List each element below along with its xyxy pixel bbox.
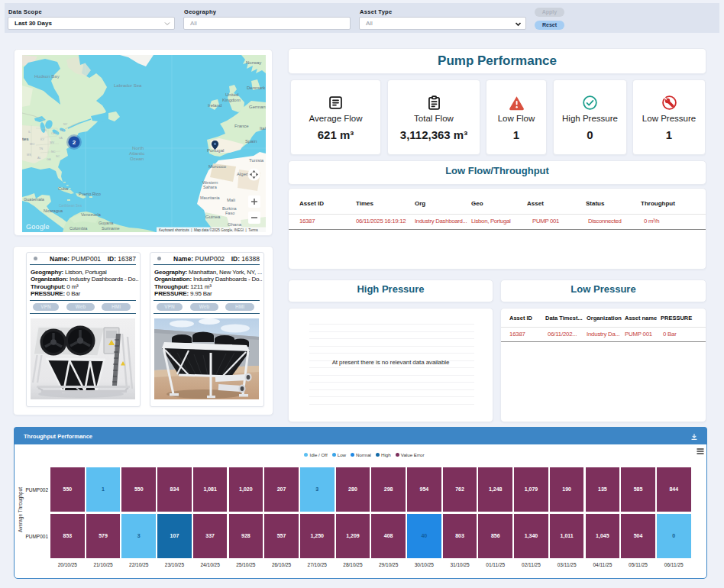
svg-text:SC: SC (56, 155, 60, 158)
svg-text:Keyboard shortcuts | Map dat: Keyboard shortcuts | Map data ©2025 Goog… (159, 228, 259, 232)
svg-text:Sahara: Sahara (203, 185, 218, 189)
svg-text:Spain: Spain (245, 139, 257, 144)
svg-text:tes: tes (22, 137, 29, 141)
svg-text:France: France (234, 124, 249, 128)
svg-text:MS: MS (27, 153, 31, 157)
svg-text:Ghana: Ghana (228, 222, 242, 227)
svg-text:Kingdom: Kingdom (222, 98, 241, 102)
svg-text:NC: NC (51, 150, 56, 153)
svg-text:Denmark: Denmark (247, 86, 266, 90)
svg-text:North: North (132, 145, 144, 150)
svg-text:Germany: Germany (249, 105, 266, 109)
svg-text:PA: PA (60, 129, 64, 132)
svg-text:GA: GA (47, 158, 51, 161)
svg-text:Tunisia: Tunisia (249, 158, 264, 163)
svg-text:NY: NY (63, 123, 68, 126)
svg-text:Ocean: Ocean (130, 156, 144, 161)
svg-text:TN: TN (39, 147, 43, 150)
svg-text:Mali: Mali (227, 198, 235, 202)
svg-text:Nicaragua: Nicaragua (44, 208, 63, 213)
svg-text:Venezuela: Venezuela (81, 212, 102, 217)
svg-text:Faso: Faso (225, 211, 234, 215)
svg-text:Cuba: Cuba (58, 186, 69, 191)
svg-text:2: 2 (73, 139, 76, 146)
svg-text:VA: VA (59, 137, 63, 140)
svg-text:Ireland: Ireland (208, 103, 221, 108)
svg-text:United: United (225, 92, 238, 97)
svg-text:Guatemala: Guatemala (24, 197, 45, 202)
svg-text:Mauritania: Mauritania (200, 195, 221, 200)
svg-text:Puerto Rico: Puerto Rico (79, 192, 101, 196)
svg-text:Colombia: Colombia (69, 226, 88, 231)
svg-text:Caribbean Sea: Caribbean Sea (59, 204, 82, 208)
svg-text:Hudson Bay: Hudson Bay (34, 74, 60, 79)
svg-text:Suriname: Suriname (102, 226, 120, 231)
svg-text:MO: MO (30, 143, 34, 146)
svg-text:Google: Google (26, 223, 50, 231)
svg-text:KY: KY (40, 138, 45, 141)
svg-text:OH: OH (51, 132, 56, 135)
svg-text:Guyana: Guyana (99, 221, 114, 225)
svg-text:IL: IL (28, 131, 31, 134)
svg-text:Morocco: Morocco (208, 164, 227, 169)
svg-text:IN: IN (44, 129, 47, 132)
svg-text:AL: AL (37, 157, 41, 160)
svg-text:Italy: Italy (260, 126, 266, 131)
svg-text:Guinea: Guinea (205, 215, 221, 219)
svg-text:Norway: Norway (246, 60, 261, 65)
svg-text:Atlantic: Atlantic (129, 150, 144, 156)
svg-text:WV: WV (50, 141, 55, 144)
svg-text:Labrador Sea: Labrador Sea (114, 83, 142, 88)
